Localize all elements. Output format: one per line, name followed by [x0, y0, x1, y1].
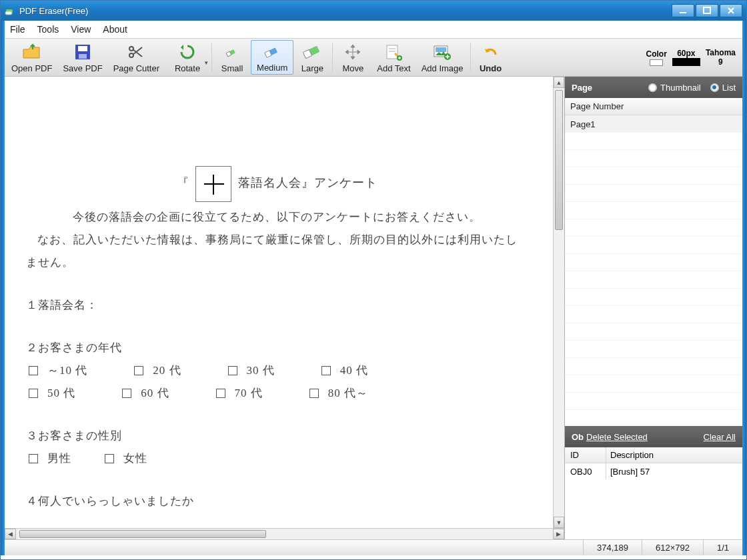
delete-selected-link[interactable]: Delete Selected [586, 432, 648, 442]
horizontal-scrollbar[interactable]: ◀ ▶ [5, 528, 564, 539]
object-panel-header: Ob Delete Selected Clear All [565, 426, 742, 447]
status-bar: 374,189 612×792 1/1 [5, 539, 742, 555]
scroll-up-icon[interactable]: ▲ [554, 77, 564, 88]
scroll-thumb[interactable] [555, 90, 563, 230]
eraser-cursor[interactable] [195, 166, 231, 202]
menu-file[interactable]: File [10, 24, 25, 35]
page-list[interactable]: Page Number Page1 [565, 98, 742, 426]
size-label: 60px [677, 49, 695, 58]
page-panel-title: Page [572, 83, 592, 93]
doc-options-row1: ～10 代 20 代 30 代 40 代 [29, 359, 528, 382]
titlebar[interactable]: PDF Eraser(Free) [1, 1, 746, 21]
move-button[interactable]: Move [334, 40, 371, 75]
side-panel: Page Thumbnail List Page Number Page1 Ob… [565, 77, 742, 539]
object-panel-title: Ob [572, 432, 584, 442]
object-col-desc[interactable]: Description [606, 447, 742, 463]
thumbnail-radio[interactable]: Thumbnail [648, 83, 701, 93]
color-swatch[interactable] [650, 59, 663, 66]
svg-rect-2 [680, 12, 686, 13]
scissors-icon [127, 42, 145, 62]
font-picker[interactable]: Tahoma 9 [706, 48, 736, 67]
list-radio[interactable]: List [710, 83, 736, 93]
move-icon [344, 42, 361, 62]
app-window: PDF Eraser(Free) File Tools View About O… [0, 0, 747, 560]
add-image-icon [433, 42, 452, 62]
eraser-medium-icon [263, 42, 281, 61]
page-cutter-button[interactable]: Page Cutter [108, 40, 165, 75]
checkbox-icon [29, 389, 38, 398]
page-panel-header: Page Thumbnail List [565, 77, 742, 98]
size-picker[interactable]: 60px [672, 49, 700, 66]
size-bar [672, 58, 700, 66]
doc-options-row2: 50 代 60 代 70 代 80 代～ [29, 382, 528, 405]
doc-q3: ３お客さまの性別 [26, 425, 528, 447]
scroll-left-icon[interactable]: ◀ [5, 529, 16, 539]
scroll-right-icon[interactable]: ▶ [553, 529, 564, 539]
svg-rect-16 [387, 45, 398, 59]
doc-title-pre: 『 [177, 176, 189, 189]
undo-icon [482, 42, 500, 62]
menu-tools[interactable]: Tools [37, 24, 59, 35]
checkbox-icon [122, 389, 131, 398]
checkbox-icon [228, 366, 237, 375]
svg-rect-3 [704, 7, 710, 13]
eraser-small-icon [225, 42, 239, 62]
maximize-button[interactable] [696, 4, 718, 17]
doc-options-row3: 男性 女性 [29, 447, 528, 470]
doc-q2: ２お客さまの年代 [26, 337, 528, 359]
checkbox-icon [105, 454, 114, 463]
checkbox-icon [29, 366, 38, 375]
doc-paragraph-1: 今後の落語会の企画に役立てるため、以下のアンケートにお答えください。 [26, 206, 528, 229]
font-label: Tahoma [706, 48, 736, 57]
rotate-button[interactable]: Rotate ▼ [165, 40, 210, 75]
rotate-icon [177, 42, 197, 62]
save-pdf-button[interactable]: Save PDF [57, 40, 107, 75]
eraser-small-button[interactable]: Small [213, 40, 251, 75]
page-list-header[interactable]: Page Number [565, 98, 742, 115]
doc-q4: ４何人でいらっしゃいましたか [26, 490, 528, 513]
eraser-large-icon [302, 42, 322, 62]
clear-all-link[interactable]: Clear All [704, 432, 736, 442]
app-title: PDF Eraser(Free) [19, 6, 88, 16]
frame-right [742, 21, 746, 555]
page-list-item[interactable]: Page1 [565, 115, 742, 133]
minimize-button[interactable] [672, 4, 694, 17]
status-coordinates: 374,189 [583, 540, 642, 555]
vertical-scrollbar[interactable]: ▲ ▼ [553, 77, 564, 528]
close-button[interactable] [720, 4, 742, 17]
color-label: Color [646, 49, 667, 59]
checkbox-icon [309, 389, 319, 398]
doc-paragraph-2: なお、記入いただいた情報は、事務局にて厳重に保管し、所期の目的以外には利用いたし… [26, 229, 528, 274]
menubar: File Tools View About [5, 21, 742, 38]
status-dimensions: 612×792 [642, 540, 703, 555]
checkbox-icon [321, 366, 331, 375]
svg-rect-21 [436, 47, 446, 52]
add-text-button[interactable]: Add Text [371, 40, 416, 75]
save-icon [74, 42, 91, 62]
open-pdf-button[interactable]: Open PDF [6, 40, 57, 75]
scroll-thumb-h[interactable] [19, 530, 266, 538]
undo-button[interactable]: Undo [472, 40, 510, 75]
checkbox-icon [216, 389, 225, 398]
menu-view[interactable]: View [71, 24, 91, 35]
menu-about[interactable]: About [103, 24, 127, 35]
object-row[interactable]: OBJ0 [Brush] 57 [565, 463, 742, 479]
object-col-id[interactable]: ID [565, 447, 606, 463]
add-image-button[interactable]: Add Image [416, 40, 469, 75]
scroll-down-icon[interactable]: ▼ [554, 517, 564, 528]
dropdown-icon[interactable]: ▼ [203, 60, 209, 66]
app-icon [5, 5, 15, 16]
open-folder-icon [22, 42, 42, 62]
color-picker[interactable]: Color [646, 49, 667, 66]
add-text-icon [385, 42, 402, 62]
document-viewport[interactable]: 『 落語名人会』アンケート 今後の落語会の企画に役立てるため、以下のアンケートに… [5, 77, 564, 528]
svg-rect-1 [5, 11, 12, 15]
status-page-count: 1/1 [703, 540, 742, 555]
eraser-medium-button[interactable]: Medium [251, 40, 293, 75]
checkbox-icon [134, 366, 143, 375]
pdf-page[interactable]: 『 落語名人会』アンケート 今後の落語会の企画に役立てるため、以下のアンケートに… [10, 86, 544, 528]
toolbar: Open PDF Save PDF Page Cutter Rotate ▼ S… [5, 38, 742, 77]
eraser-large-button[interactable]: Large [293, 40, 331, 75]
doc-title-post: 落語名人会』アンケート [238, 176, 378, 189]
doc-q1: １落語会名： [26, 294, 528, 317]
